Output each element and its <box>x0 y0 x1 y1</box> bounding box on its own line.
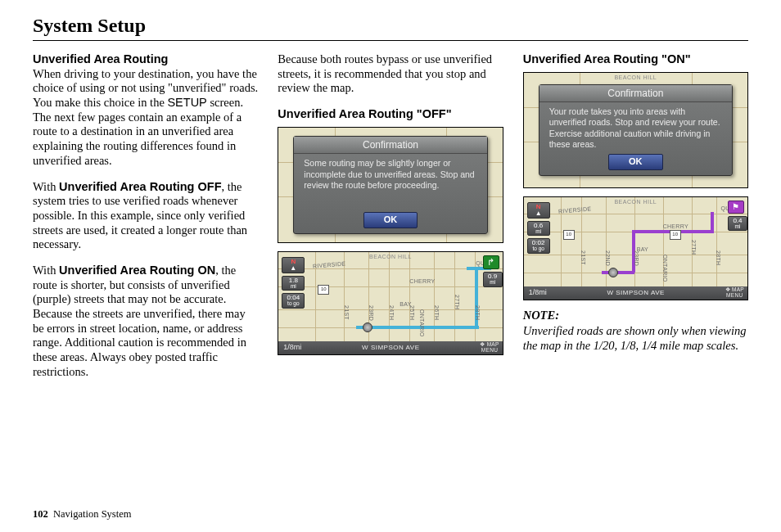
map-off-bottom-bar: 1/8mi W SIMPSON AVE ❖ MAPMENU <box>278 341 502 354</box>
map-off-hwy-shield: 10 <box>318 285 329 295</box>
map-off-time-pod: 0:04to go <box>282 293 305 309</box>
map-off-28th: 28TH <box>473 305 481 320</box>
map-off-turn-dist: 0.9mi <box>483 272 503 287</box>
page-title: System Setup <box>33 15 748 37</box>
map-on-turn-dist: 0.4mi <box>728 216 747 232</box>
map-off-21st: 21ST <box>342 305 350 320</box>
map-off-ontario: ONTARIO <box>418 309 425 336</box>
figure-off-dialog: Confirmation Some routing may be slightl… <box>278 127 503 243</box>
col3-heading-on: Unverified Area Routing "ON" <box>523 52 748 67</box>
page-footer: 102 Navigation System <box>33 508 131 521</box>
map-on-scale: 1/8mi <box>524 288 547 297</box>
map-on-distance-pod: 0.6mi <box>527 221 550 237</box>
map-on-28th: 28TH <box>715 250 722 265</box>
compass-icon-on: N▲ <box>527 202 550 219</box>
map-off-right-pods: ↱ 0.9mi <box>483 255 499 290</box>
map-on-beacon: BEACON HILL <box>614 199 657 206</box>
col1-block1: Unverified Area Routing When driving to … <box>33 52 258 169</box>
dialog-off-body: Some routing may be slightly longer or i… <box>294 154 486 212</box>
content-columns: Unverified Area Routing When driving to … <box>33 52 748 390</box>
map-off-scale: 1/8mi <box>278 343 301 352</box>
col1-p3b: , the route is shorter, but consists of … <box>33 264 246 378</box>
map-off-25th: 25TH <box>408 305 415 320</box>
figure-on-map: BEACON HILL CHERRY BAY RIVERSIDE QUEEN 2… <box>523 196 748 300</box>
map-on-bottom-bar: 1/8mi W SIMPSON AVE ❖ MAPMENU <box>524 286 747 300</box>
note-label: NOTE: <box>523 309 748 323</box>
map-on-23rd: 23RD <box>633 250 640 266</box>
dialog-on-title: Confirmation <box>539 85 732 103</box>
map-menu-button[interactable]: ❖ MAPMENU <box>480 342 502 353</box>
confirmation-dialog-on: Confirmation Your route takes you into a… <box>539 84 733 176</box>
manual-page: System Setup Unverified Area Routing Whe… <box>0 0 781 532</box>
map-off-24th: 24TH <box>387 305 395 320</box>
column-3: Unverified Area Routing "ON" BEACON HILL… <box>523 52 748 390</box>
col1-p2-bold: Unverified Area Routing OFF <box>59 180 221 193</box>
col1-p3a: With <box>33 264 59 277</box>
compass-icon: N▲ <box>282 257 305 273</box>
map-on-left-pods: N▲ 0.6mi 0:02to go <box>527 202 550 256</box>
map-off-26th: 26TH <box>432 305 440 320</box>
figure-on-dialog: BEACON HILL Confirmation Your route take… <box>523 72 748 188</box>
map-on-right-pods: ⚑ 0.4mi <box>728 201 744 234</box>
footer-section: Navigation System <box>53 508 131 520</box>
col1-setup-ref: SETUP <box>167 96 206 109</box>
map-on-ontario: ONTARIO <box>661 255 669 282</box>
map-off-distance-pod: 1.8mi <box>282 276 305 291</box>
dialog-on-ok-button[interactable]: OK <box>608 154 663 169</box>
title-divider <box>33 40 748 41</box>
map-on-22nd: 22ND <box>604 250 612 266</box>
map-off-beacon: BEACON HILL <box>369 254 412 261</box>
note-body: Unverified roads are shown only when vie… <box>523 324 748 353</box>
map-on-hwy-shield: 10 <box>563 230 575 240</box>
route-flag-icon: ⚑ <box>728 201 744 214</box>
confirmation-dialog-off: Confirmation Some routing may be slightl… <box>293 136 487 234</box>
map-menu-button-on[interactable]: ❖ MAPMENU <box>725 287 747 298</box>
dialog-off-ok-button[interactable]: OK <box>363 212 418 228</box>
col2-intro: Because both routes bypass or use unveri… <box>278 52 503 96</box>
map-on-27th: 27TH <box>690 240 697 255</box>
col1-p2a: With <box>33 180 59 193</box>
map-off-23rd: 23RD <box>367 305 374 321</box>
map-on-time-pod: 0:02to go <box>527 238 550 254</box>
figure-off-map: BEACON HILL CHERRY BAY RIVERSIDE QUEEN 2… <box>278 251 503 355</box>
map-on-dialog-beacon: BEACON HILL <box>614 74 657 82</box>
map-off-cherry: CHERRY <box>409 278 435 286</box>
map-off-27th: 27TH <box>453 295 460 309</box>
column-1: Unverified Area Routing When driving to … <box>33 52 258 390</box>
col1-p3-bold: Unverified Area Routing ON <box>59 264 215 277</box>
column-2: Because both routes bypass or use unveri… <box>278 52 503 390</box>
map-on-streets <box>524 197 747 300</box>
col2-heading-off: Unverified Area Routing "OFF" <box>278 107 503 122</box>
col1-block2: With Unverified Area Routing OFF, the sy… <box>33 180 258 252</box>
map-off-street: W SIMPSON AVE <box>301 344 480 352</box>
map-on-street: W SIMPSON AVE <box>547 289 725 297</box>
map-on-21st: 21ST <box>580 250 587 265</box>
col1-block3: With Unverified Area Routing ON, the rou… <box>33 264 258 380</box>
dialog-on-body: Your route takes you into areas with unv… <box>539 102 732 154</box>
map-off-left-pods: N▲ 1.8mi 0:04to go <box>282 257 305 311</box>
page-number: 102 <box>33 508 48 520</box>
turn-arrow-icon: ↱ <box>483 255 499 269</box>
car-position-icon <box>363 322 372 332</box>
map-on-hwy-shield-2: 10 <box>670 230 681 240</box>
dialog-off-title: Confirmation <box>294 137 486 155</box>
col1-heading: Unverified Area Routing <box>33 52 168 65</box>
car-position-icon-on <box>608 268 618 277</box>
